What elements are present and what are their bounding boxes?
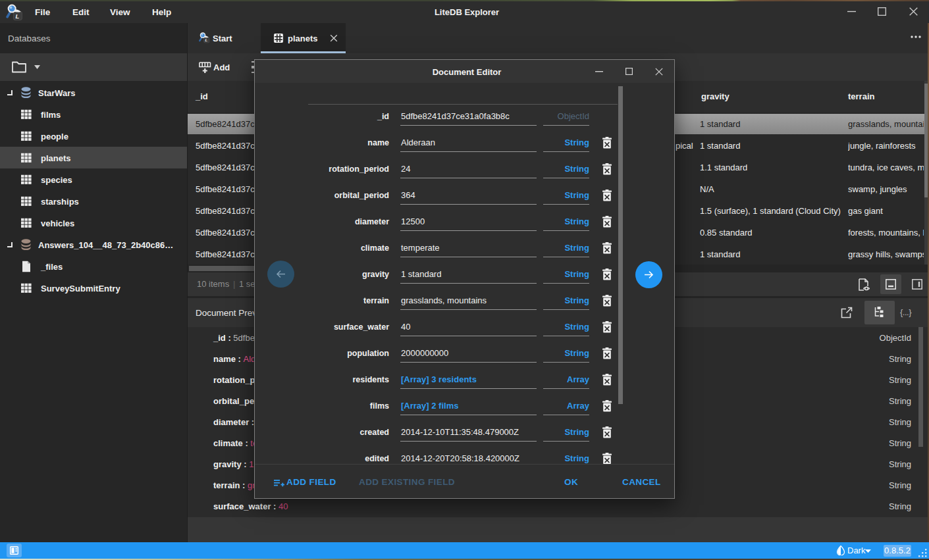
svg-text:L: L <box>205 38 208 42</box>
